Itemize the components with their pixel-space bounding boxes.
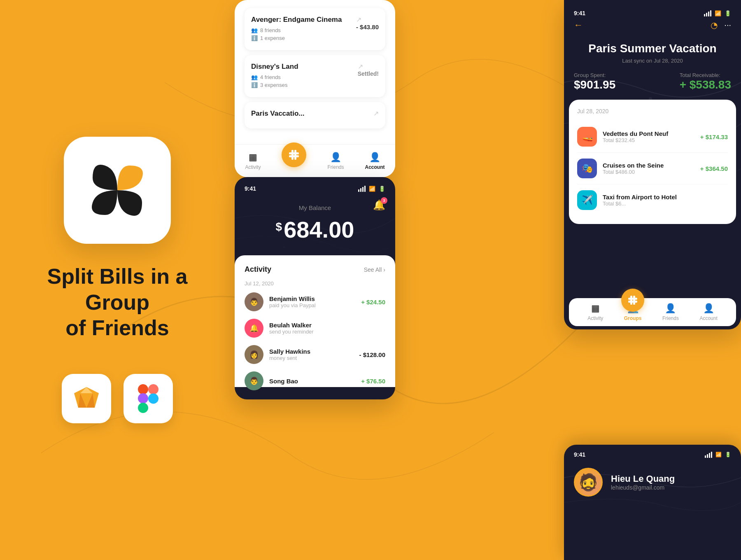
activity-icon: ▦ <box>249 152 257 163</box>
vacation-nav-activity[interactable]: ▦ Activity <box>587 303 603 321</box>
groups-list: Avenger: Endgame Cinema 👥 8 friends ℹ️ 1… <box>235 0 395 128</box>
profile-map-bg <box>564 445 741 560</box>
group-meta-1a: 👥 8 friends <box>251 27 342 33</box>
profile-screen: 9:41 📶 🔋 🧔 Hieu Le Quang lehieuds@gmail.… <box>564 445 741 560</box>
svg-rect-8 <box>138 393 148 404</box>
vacation-nav-account[interactable]: 👤 Account <box>699 303 717 321</box>
app-icon-container <box>64 137 171 244</box>
vacation-screen: 9:41 📶 🔋 ← ◔ ··· Paris Summer Vacation L… <box>564 0 741 329</box>
svg-point-9 <box>148 393 158 404</box>
vacation-account-icon: 👤 <box>703 303 714 314</box>
nav-account[interactable]: 👤 Account <box>365 152 384 170</box>
notification-badge: 3 <box>381 197 387 204</box>
group-meta-2a: 👥 4 friends <box>251 74 298 80</box>
vacation-groups-label: Groups <box>624 315 642 321</box>
svg-rect-6 <box>138 384 148 394</box>
groups-bottom-nav: ▦ Activity 👤 Friends 👤 Account <box>235 144 395 177</box>
svg-rect-22 <box>630 296 632 305</box>
groups-fab-icon-2 <box>627 295 638 306</box>
vacation-nav-friends[interactable]: 👤 Friends <box>662 303 679 321</box>
svg-rect-11 <box>289 152 299 154</box>
group-arrow-1: ↗ <box>356 16 361 23</box>
svg-point-17 <box>283 246 285 248</box>
bell-button[interactable]: 🔔 3 <box>373 199 385 211</box>
nav-friends[interactable]: 👤 Friends <box>327 152 344 170</box>
balance-screen: 9:41 📶 🔋 🔔 3 My Balance $ 684.00 Act <box>235 177 395 399</box>
group-item-1[interactable]: Avenger: Endgame Cinema 👥 8 friends ℹ️ 1… <box>245 8 385 50</box>
svg-point-15 <box>308 233 310 236</box>
vacation-account-label: Account <box>699 315 717 321</box>
group-meta-1b: ℹ️ 1 expense <box>251 35 342 41</box>
vacation-friends-label: Friends <box>662 315 679 321</box>
map-background <box>235 177 395 399</box>
group-name-1: Avenger: Endgame Cinema <box>251 16 342 24</box>
settled-badge-2: Settled! <box>358 70 379 77</box>
left-section: Split Bills in a Group of Friends <box>0 0 235 560</box>
svg-point-18 <box>649 97 652 100</box>
account-icon: 👤 <box>369 152 380 163</box>
group-item-2[interactable]: Disney's Land 👥 4 friends ℹ️ 3 expenses … <box>245 55 385 97</box>
vacation-bottom-nav: ▦ Activity 👥 Groups 👤 Friends 👤 Account <box>569 298 736 326</box>
group-arrow-2: ↗ <box>358 63 363 70</box>
vacation-groups-fab[interactable] <box>621 289 644 312</box>
hero-title: Split Bills in a Group of Friends <box>0 264 235 341</box>
nav-friends-label: Friends <box>327 164 344 170</box>
figma-icon-box <box>124 374 173 423</box>
group-name-2: Disney's Land <box>251 63 298 71</box>
figma-icon <box>138 384 158 413</box>
vacation-nav-groups[interactable]: 👥 Groups <box>624 303 642 321</box>
notification-area: 🔔 3 <box>373 199 385 211</box>
svg-rect-13 <box>291 150 294 160</box>
groups-screen: Avenger: Endgame Cinema 👥 8 friends ℹ️ 1… <box>235 0 395 177</box>
svg-rect-10 <box>138 403 148 413</box>
vacation-activity-icon: ▦ <box>591 303 600 314</box>
svg-rect-12 <box>289 155 299 157</box>
nav-fab-groups[interactable] <box>282 142 306 167</box>
svg-rect-21 <box>628 301 637 303</box>
group-meta-2b: ℹ️ 3 expenses <box>251 82 298 88</box>
svg-rect-7 <box>148 384 158 394</box>
svg-rect-20 <box>628 298 637 300</box>
sketch-icon-box <box>62 374 111 423</box>
group-item-3[interactable]: Paris Vaccatio... ↗ <box>245 102 385 128</box>
vacation-friends-icon: 👤 <box>665 303 676 314</box>
sketch-icon <box>72 385 101 412</box>
app-logo <box>84 157 150 223</box>
group-amount-1: - $43.80 <box>356 23 379 30</box>
vacation-activity-label: Activity <box>587 315 603 321</box>
svg-rect-14 <box>294 150 296 160</box>
svg-point-19 <box>694 85 697 88</box>
nav-account-label: Account <box>365 164 384 170</box>
svg-point-16 <box>337 222 338 223</box>
svg-rect-23 <box>633 296 635 305</box>
nav-activity-label: Activity <box>245 164 261 170</box>
nav-activity[interactable]: ▦ Activity <box>245 152 261 170</box>
group-arrow-3: ↗ <box>373 110 379 117</box>
groups-fab-icon <box>288 149 300 161</box>
friends-icon: 👤 <box>330 152 341 163</box>
vacation-map-bg <box>564 0 741 329</box>
tool-icons-row <box>62 374 173 423</box>
group-name-3: Paris Vaccatio... <box>251 110 304 118</box>
